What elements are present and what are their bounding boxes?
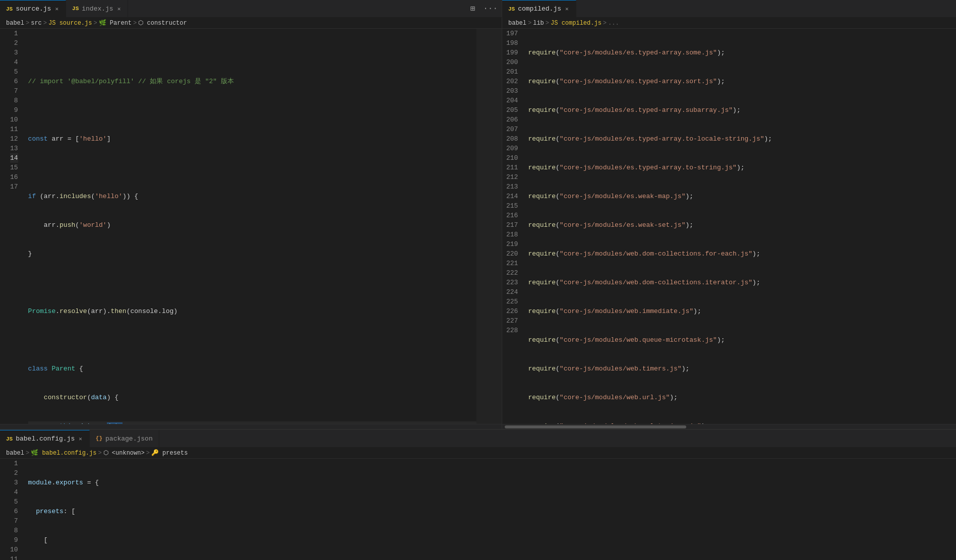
code-line-13: constructor(data) { — [28, 393, 476, 402]
tab-compiled-js[interactable]: JS compiled.js ✕ — [502, 0, 576, 18]
code-line-12: class Parent { — [28, 364, 476, 374]
tab-close-babel[interactable]: ✕ — [78, 434, 83, 443]
line-numbers-left: 1 2 3 4 5 6 7 8 9 10 11 12 13 14 15 16 1 — [0, 29, 26, 424]
cline-206: require("core-js/modules/web.immediate.j… — [528, 306, 956, 316]
minimap — [476, 29, 502, 424]
split-editor-button[interactable]: ⊞ — [466, 4, 480, 14]
tab-label-package: package.json — [105, 435, 153, 443]
cline-199: require("core-js/modules/es.typed-array.… — [528, 105, 956, 115]
code-line-7: arr.push('world') — [28, 220, 476, 230]
bottom-section: JS babel.config.js ✕ {} package.json bab… — [0, 429, 956, 560]
bottom-tab-bar: JS babel.config.js ✕ {} package.json — [0, 430, 956, 448]
tab-index-js[interactable]: JS index.js ✕ — [66, 0, 128, 18]
tab-label-babel: babel.config.js — [16, 435, 75, 443]
tab-close-index[interactable]: ✕ — [116, 5, 122, 13]
code-line-6: if (arr.includes('hello')) { — [28, 192, 476, 201]
bline-2: presets: [ — [28, 507, 956, 516]
code-line-3 — [28, 105, 476, 115]
tab-icon-compiled: JS — [508, 6, 515, 12]
code-line-1 — [28, 48, 476, 57]
tab-icon-package: {} — [96, 435, 102, 442]
cline-202: require("core-js/modules/es.weak-map.js"… — [528, 192, 956, 201]
source-code-lines[interactable]: // import '@babel/polyfill' // 如果 corejs… — [26, 29, 476, 424]
code-line-4: const arr = ['hello'] — [28, 134, 476, 144]
bottom-editor[interactable]: 1 2 3 4 5 6 7 8 9 10 11 12 13 module.exp… — [0, 459, 956, 560]
line-numbers-bottom: 1 2 3 4 5 6 7 8 9 10 11 12 13 — [0, 459, 26, 560]
tab-close-source[interactable]: ✕ — [54, 5, 59, 13]
cline-200: require("core-js/modules/es.typed-array.… — [528, 134, 956, 144]
code-line-9 — [28, 278, 476, 287]
code-line-14: this.data = data — [28, 421, 476, 424]
left-breadcrumb: babel > src > JS source.js > 🌿 Parent > … — [0, 18, 502, 29]
cline-198: require("core-js/modules/es.typed-array.… — [528, 77, 956, 86]
right-breadcrumb: babel > lib > JS compiled.js > ... — [502, 18, 956, 29]
bline-1: module.exports = { — [28, 478, 956, 487]
compiled-code-lines[interactable]: require("core-js/modules/es.typed-array.… — [526, 29, 956, 424]
code-line-8: } — [28, 249, 476, 259]
code-line-10: Promise.resolve(arr).then(console.log) — [28, 306, 476, 316]
code-line-5 — [28, 163, 476, 172]
source-editor[interactable]: 1 2 3 4 5 6 7 8 9 10 11 12 13 14 15 16 1 — [0, 29, 502, 424]
more-actions-button[interactable]: ··· — [479, 4, 502, 13]
code-line-11 — [28, 335, 476, 345]
code-line-2: // import '@babel/polyfill' // 如果 corejs… — [28, 77, 476, 86]
tab-icon-index: JS — [72, 6, 79, 12]
config-code-lines[interactable]: module.exports = { presets: [ [ '@babel/… — [26, 459, 956, 560]
tab-source-js[interactable]: JS source.js ✕ — [0, 0, 66, 18]
tab-label-compiled: compiled.js — [518, 5, 561, 13]
cline-209: require("core-js/modules/web.url.js"); — [528, 393, 956, 402]
cline-203: require("core-js/modules/es.weak-set.js"… — [528, 220, 956, 230]
tab-close-compiled[interactable]: ✕ — [564, 5, 570, 13]
cline-207: require("core-js/modules/web.queue-micro… — [528, 335, 956, 345]
tab-package-json[interactable]: {} package.json — [90, 430, 159, 448]
compiled-editor[interactable]: 197 198 199 200 201 202 203 204 205 206 … — [502, 29, 956, 424]
line-numbers-right: 197 198 199 200 201 202 203 204 205 206 … — [502, 29, 526, 424]
tab-babel-config[interactable]: JS babel.config.js ✕ — [0, 430, 90, 448]
cline-204: require("core-js/modules/web.dom-collect… — [528, 249, 956, 259]
tab-icon-babel: JS — [6, 436, 13, 442]
tab-icon-source: JS — [6, 6, 13, 12]
cline-201: require("core-js/modules/es.typed-array.… — [528, 163, 956, 172]
bottom-breadcrumb: babel > 🌿 babel.config.js > ⬡ <unknown> … — [0, 448, 956, 459]
cline-197: require("core-js/modules/es.typed-array.… — [528, 48, 956, 57]
bline-3: [ — [28, 535, 956, 545]
tab-label-source: source.js — [16, 5, 51, 13]
tab-label-index: index.js — [82, 5, 113, 13]
cline-205: require("core-js/modules/web.dom-collect… — [528, 278, 956, 287]
cline-208: require("core-js/modules/web.timers.js")… — [528, 364, 956, 374]
